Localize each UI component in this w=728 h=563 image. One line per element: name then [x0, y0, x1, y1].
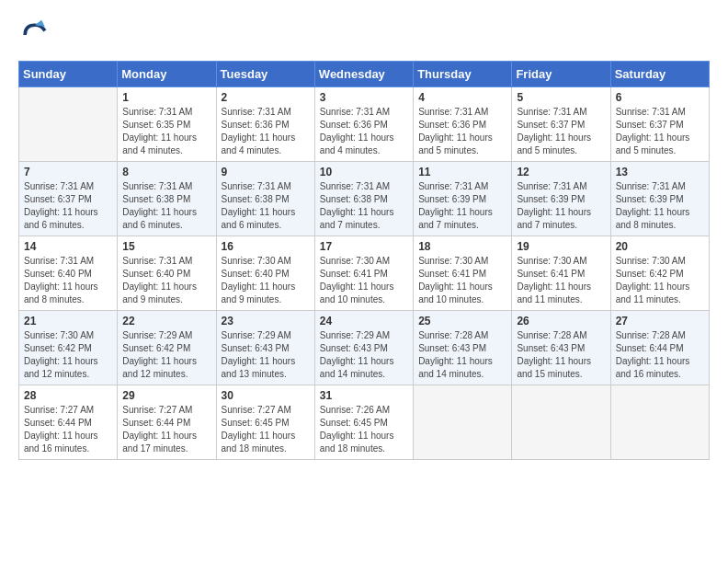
page-header	[18, 18, 710, 52]
calendar-cell: 17 Sunrise: 7:30 AMSunset: 6:41 PMDaylig…	[314, 236, 413, 311]
header-cell-sunday: Sunday	[19, 62, 118, 87]
day-number: 5	[517, 91, 605, 104]
day-number: 26	[517, 315, 605, 327]
calendar-cell: 30 Sunrise: 7:27 AMSunset: 6:45 PMDaylig…	[216, 385, 314, 460]
header-cell-friday: Friday	[512, 62, 610, 87]
calendar-cell: 26 Sunrise: 7:28 AMSunset: 6:43 PMDaylig…	[512, 311, 610, 385]
day-number: 28	[24, 389, 112, 402]
day-info: Sunrise: 7:29 AMSunset: 6:43 PMDaylight:…	[320, 330, 394, 379]
calendar-cell: 8 Sunrise: 7:31 AMSunset: 6:38 PMDayligh…	[118, 162, 216, 236]
day-number: 7	[24, 166, 112, 178]
day-number: 1	[122, 91, 210, 104]
day-info: Sunrise: 7:28 AMSunset: 6:44 PMDaylight:…	[616, 330, 690, 379]
day-info: Sunrise: 7:31 AMSunset: 6:39 PMDaylight:…	[517, 181, 591, 230]
day-info: Sunrise: 7:31 AMSunset: 6:36 PMDaylight:…	[418, 107, 493, 155]
week-row-1: 1 Sunrise: 7:31 AMSunset: 6:35 PMDayligh…	[19, 87, 710, 162]
calendar-cell: 20 Sunrise: 7:30 AMSunset: 6:42 PMDaylig…	[610, 236, 709, 311]
day-number: 19	[517, 240, 605, 253]
calendar-cell	[19, 87, 118, 162]
day-number: 25	[418, 315, 506, 327]
header-cell-tuesday: Tuesday	[216, 62, 314, 87]
calendar-cell: 18 Sunrise: 7:30 AMSunset: 6:41 PMDaylig…	[414, 236, 512, 311]
day-number: 21	[24, 315, 112, 327]
day-info: Sunrise: 7:28 AMSunset: 6:43 PMDaylight:…	[517, 330, 591, 379]
day-number: 27	[616, 315, 704, 327]
day-number: 6	[616, 91, 704, 104]
day-info: Sunrise: 7:31 AMSunset: 6:40 PMDaylight:…	[122, 256, 197, 304]
day-number: 3	[320, 91, 408, 104]
day-number: 10	[320, 166, 408, 178]
calendar-cell: 9 Sunrise: 7:31 AMSunset: 6:38 PMDayligh…	[216, 162, 314, 236]
calendar-cell: 11 Sunrise: 7:31 AMSunset: 6:39 PMDaylig…	[414, 162, 512, 236]
calendar-cell: 16 Sunrise: 7:30 AMSunset: 6:40 PMDaylig…	[216, 236, 314, 311]
day-info: Sunrise: 7:27 AMSunset: 6:44 PMDaylight:…	[24, 405, 98, 454]
header-cell-thursday: Thursday	[414, 62, 512, 87]
calendar-cell: 12 Sunrise: 7:31 AMSunset: 6:39 PMDaylig…	[512, 162, 610, 236]
day-info: Sunrise: 7:30 AMSunset: 6:42 PMDaylight:…	[24, 330, 98, 379]
day-info: Sunrise: 7:30 AMSunset: 6:42 PMDaylight:…	[616, 256, 690, 304]
calendar-cell: 7 Sunrise: 7:31 AMSunset: 6:37 PMDayligh…	[19, 162, 118, 236]
day-number: 17	[320, 240, 408, 253]
calendar-cell: 14 Sunrise: 7:31 AMSunset: 6:40 PMDaylig…	[19, 236, 118, 311]
header-row: SundayMondayTuesdayWednesdayThursdayFrid…	[19, 62, 710, 87]
day-info: Sunrise: 7:31 AMSunset: 6:39 PMDaylight:…	[616, 181, 690, 230]
day-number: 9	[222, 166, 310, 178]
day-info: Sunrise: 7:31 AMSunset: 6:38 PMDaylight:…	[122, 181, 197, 230]
day-info: Sunrise: 7:30 AMSunset: 6:41 PMDaylight:…	[517, 256, 591, 304]
calendar-cell: 15 Sunrise: 7:31 AMSunset: 6:40 PMDaylig…	[118, 236, 216, 311]
day-info: Sunrise: 7:28 AMSunset: 6:43 PMDaylight:…	[418, 330, 493, 379]
day-number: 24	[320, 315, 408, 327]
day-info: Sunrise: 7:29 AMSunset: 6:43 PMDaylight:…	[222, 330, 296, 379]
day-info: Sunrise: 7:29 AMSunset: 6:42 PMDaylight:…	[122, 330, 197, 379]
calendar-cell: 25 Sunrise: 7:28 AMSunset: 6:43 PMDaylig…	[414, 311, 512, 385]
day-number: 18	[418, 240, 506, 253]
header-cell-monday: Monday	[118, 62, 216, 87]
day-info: Sunrise: 7:31 AMSunset: 6:37 PMDaylight:…	[24, 181, 98, 230]
day-info: Sunrise: 7:30 AMSunset: 6:40 PMDaylight:…	[222, 256, 296, 304]
day-info: Sunrise: 7:31 AMSunset: 6:36 PMDaylight:…	[222, 107, 296, 155]
calendar-cell: 28 Sunrise: 7:27 AMSunset: 6:44 PMDaylig…	[19, 385, 118, 460]
day-number: 30	[222, 389, 310, 402]
day-info: Sunrise: 7:31 AMSunset: 6:35 PMDaylight:…	[122, 107, 197, 155]
day-info: Sunrise: 7:30 AMSunset: 6:41 PMDaylight:…	[320, 256, 394, 304]
calendar-cell	[610, 385, 709, 460]
header-cell-saturday: Saturday	[610, 62, 709, 87]
day-info: Sunrise: 7:31 AMSunset: 6:39 PMDaylight:…	[418, 181, 493, 230]
day-info: Sunrise: 7:31 AMSunset: 6:38 PMDaylight:…	[320, 181, 394, 230]
calendar-cell: 29 Sunrise: 7:27 AMSunset: 6:44 PMDaylig…	[118, 385, 216, 460]
day-number: 29	[122, 389, 210, 402]
day-number: 22	[122, 315, 210, 327]
day-number: 11	[418, 166, 506, 178]
week-row-5: 28 Sunrise: 7:27 AMSunset: 6:44 PMDaylig…	[19, 385, 710, 460]
day-info: Sunrise: 7:26 AMSunset: 6:45 PMDaylight:…	[320, 405, 394, 454]
calendar-cell: 22 Sunrise: 7:29 AMSunset: 6:42 PMDaylig…	[118, 311, 216, 385]
calendar-cell: 13 Sunrise: 7:31 AMSunset: 6:39 PMDaylig…	[610, 162, 709, 236]
calendar-cell: 2 Sunrise: 7:31 AMSunset: 6:36 PMDayligh…	[216, 87, 314, 162]
logo	[18, 18, 57, 52]
day-info: Sunrise: 7:31 AMSunset: 6:37 PMDaylight:…	[517, 107, 591, 155]
calendar-cell	[512, 385, 610, 460]
day-number: 8	[122, 166, 210, 178]
week-row-2: 7 Sunrise: 7:31 AMSunset: 6:37 PMDayligh…	[19, 162, 710, 236]
calendar-cell: 4 Sunrise: 7:31 AMSunset: 6:36 PMDayligh…	[414, 87, 512, 162]
calendar-cell: 24 Sunrise: 7:29 AMSunset: 6:43 PMDaylig…	[314, 311, 413, 385]
week-row-3: 14 Sunrise: 7:31 AMSunset: 6:40 PMDaylig…	[19, 236, 710, 311]
day-info: Sunrise: 7:30 AMSunset: 6:41 PMDaylight:…	[418, 256, 493, 304]
day-number: 31	[320, 389, 408, 402]
day-info: Sunrise: 7:31 AMSunset: 6:36 PMDaylight:…	[320, 107, 394, 155]
day-number: 14	[24, 240, 112, 253]
calendar-cell: 5 Sunrise: 7:31 AMSunset: 6:37 PMDayligh…	[512, 87, 610, 162]
day-number: 15	[122, 240, 210, 253]
day-number: 12	[517, 166, 605, 178]
calendar-cell: 21 Sunrise: 7:30 AMSunset: 6:42 PMDaylig…	[19, 311, 118, 385]
calendar-cell: 1 Sunrise: 7:31 AMSunset: 6:35 PMDayligh…	[118, 87, 216, 162]
day-info: Sunrise: 7:27 AMSunset: 6:45 PMDaylight:…	[222, 405, 296, 454]
calendar-cell	[414, 385, 512, 460]
day-info: Sunrise: 7:31 AMSunset: 6:40 PMDaylight:…	[24, 256, 98, 304]
calendar-cell: 10 Sunrise: 7:31 AMSunset: 6:38 PMDaylig…	[314, 162, 413, 236]
calendar-cell: 31 Sunrise: 7:26 AMSunset: 6:45 PMDaylig…	[314, 385, 413, 460]
day-number: 20	[616, 240, 704, 253]
week-row-4: 21 Sunrise: 7:30 AMSunset: 6:42 PMDaylig…	[19, 311, 710, 385]
day-info: Sunrise: 7:31 AMSunset: 6:37 PMDaylight:…	[616, 107, 690, 155]
calendar-cell: 3 Sunrise: 7:31 AMSunset: 6:36 PMDayligh…	[314, 87, 413, 162]
